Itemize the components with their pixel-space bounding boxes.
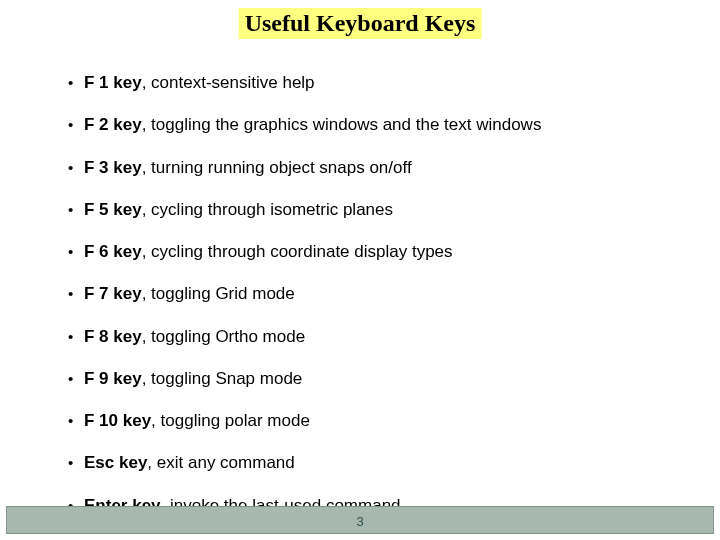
slide-title: Useful Keyboard Keys [239,8,482,39]
key-name: F 1 key [84,73,142,92]
key-desc: , toggling Snap mode [142,369,303,388]
bullet-icon: • [68,201,84,220]
list-item: • F 6 key, cycling through coordinate di… [68,241,690,262]
bullet-icon: • [68,328,84,347]
key-desc: , toggling polar mode [151,411,310,430]
bullet-icon: • [68,285,84,304]
bullet-icon: • [68,74,84,93]
key-name: F 7 key [84,284,142,303]
bullet-icon: • [68,412,84,431]
list-item: • F 2 key, toggling the graphics windows… [68,114,690,135]
key-desc: , cycling through coordinate display typ… [142,242,453,261]
list-item: • F 5 key, cycling through isometric pla… [68,199,690,220]
list-item: • F 3 key, turning running object snaps … [68,157,690,178]
bullet-list: • F 1 key, context-sensitive help • F 2 … [68,72,690,537]
bullet-icon: • [68,116,84,135]
bullet-icon: • [68,370,84,389]
key-name: F 10 key [84,411,151,430]
bullet-icon: • [68,159,84,178]
key-desc: , toggling the graphics windows and the … [142,115,542,134]
list-item: • F 9 key, toggling Snap mode [68,368,690,389]
key-desc: , exit any command [147,453,294,472]
bullet-icon: • [68,243,84,262]
page-number: 3 [0,514,720,529]
list-item: • Esc key, exit any command [68,452,690,473]
key-desc: , toggling Ortho mode [142,327,305,346]
list-item: • F 10 key, toggling polar mode [68,410,690,431]
list-item: • F 1 key, context-sensitive help [68,72,690,93]
key-name: F 6 key [84,242,142,261]
list-item: • F 8 key, toggling Ortho mode [68,326,690,347]
key-name: F 5 key [84,200,142,219]
key-name: F 9 key [84,369,142,388]
list-item: • F 7 key, toggling Grid mode [68,283,690,304]
key-desc: , context-sensitive help [142,73,315,92]
key-desc: , turning running object snaps on/off [142,158,412,177]
key-name: F 3 key [84,158,142,177]
key-desc: , toggling Grid mode [142,284,295,303]
bullet-icon: • [68,454,84,473]
key-desc: , cycling through isometric planes [142,200,393,219]
key-name: Esc key [84,453,147,472]
slide: Useful Keyboard Keys • F 1 key, context-… [0,0,720,540]
key-name: F 2 key [84,115,142,134]
key-name: F 8 key [84,327,142,346]
